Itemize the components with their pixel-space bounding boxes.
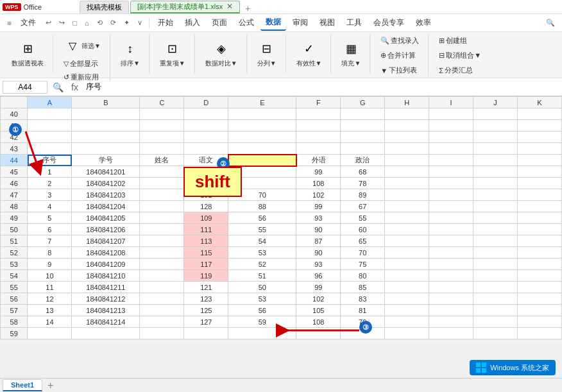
cell-r45-c2[interactable] — [140, 166, 184, 178]
cell-r45-c9[interactable] — [473, 166, 518, 178]
tab-add-button[interactable]: + — [241, 3, 254, 13]
cell-r41-c10[interactable] — [518, 120, 562, 132]
sort-button[interactable]: ↕ 排序▼ — [117, 38, 144, 70]
menu-page[interactable]: 页面 — [207, 15, 232, 30]
cell-r47-c2[interactable] — [140, 189, 184, 201]
find-input-button[interactable]: 🔍 查找录入 — [377, 35, 423, 47]
col-header-d[interactable]: D — [184, 97, 228, 108]
cell-r49-c3[interactable]: 109 — [184, 212, 228, 224]
cell-r50-c2[interactable] — [140, 224, 184, 235]
cell-r51-c8[interactable] — [429, 235, 473, 247]
cell-r43-c6[interactable] — [341, 143, 385, 155]
cell-r42-c1[interactable] — [72, 132, 140, 143]
cell-r52-c9[interactable] — [473, 247, 518, 259]
cell-r56-c8[interactable] — [429, 293, 473, 305]
dropdown-icon[interactable]: ∨ — [134, 17, 146, 29]
cell-r54-c5[interactable]: 96 — [296, 270, 341, 282]
cell-r51-c6[interactable]: 65 — [341, 235, 385, 247]
cell-r48-c0[interactable]: 4 — [28, 201, 72, 212]
cell-r55-c7[interactable] — [385, 282, 429, 293]
cell-r52-c7[interactable] — [385, 247, 429, 259]
menu-view[interactable]: 视图 — [314, 15, 340, 30]
menu-start[interactable]: 开始 — [153, 15, 178, 30]
menu-formula[interactable]: 公式 — [234, 15, 259, 30]
hamburger-icon[interactable]: ≡ — [4, 17, 14, 29]
cell-r53-c0[interactable]: 9 — [28, 259, 72, 270]
cell-r56-c7[interactable] — [385, 293, 429, 305]
row-header-40[interactable]: 40 — [1, 108, 28, 120]
cell-r45-c3[interactable]: 102 — [184, 166, 228, 178]
cell-r56-c4[interactable]: 53 — [228, 293, 296, 305]
cell-r47-c0[interactable]: 3 — [28, 189, 72, 201]
compare-button[interactable]: ◈ 数据对比▼ — [201, 38, 241, 70]
cell-r41-c2[interactable] — [140, 120, 184, 132]
cell-r49-c4[interactable]: 56 — [228, 212, 296, 224]
cell-r56-c6[interactable]: 83 — [341, 293, 385, 305]
cell-r48-c9[interactable] — [473, 201, 518, 212]
cell-r50-c3[interactable]: 111 — [184, 224, 228, 235]
cell-r44-c3[interactable]: 语文 — [184, 155, 228, 166]
tab-close-icon[interactable]: ✕ — [226, 2, 233, 11]
cell-r55-c3[interactable]: 121 — [184, 282, 228, 293]
cell-r43-c3[interactable] — [184, 143, 228, 155]
cell-r56-c5[interactable]: 102 — [296, 293, 341, 305]
cell-r58-c3[interactable]: 127 — [184, 316, 228, 328]
cell-r44-c7[interactable] — [385, 155, 429, 166]
cell-r48-c4[interactable]: 88 — [228, 201, 296, 212]
cell-r40-c2[interactable] — [140, 108, 184, 120]
cell-r56-c10[interactable] — [518, 293, 562, 305]
cell-r41-c8[interactable] — [429, 120, 473, 132]
cell-r40-c5[interactable] — [296, 108, 341, 120]
cell-r47-c3[interactable]: 101 — [184, 189, 228, 201]
cell-r43-c10[interactable] — [518, 143, 562, 155]
cell-r43-c0[interactable] — [28, 143, 72, 155]
undo2-icon[interactable]: ⟲ — [94, 17, 106, 29]
cell-r57-c6[interactable]: 81 — [341, 305, 385, 316]
cell-r43-c4[interactable] — [228, 143, 296, 155]
cell-r46-c7[interactable] — [385, 178, 429, 189]
row-header-44[interactable]: 44 — [1, 155, 28, 166]
cell-r40-c7[interactable] — [385, 108, 429, 120]
cell-r49-c7[interactable] — [385, 212, 429, 224]
col-header-g[interactable]: G — [341, 97, 385, 108]
cell-r59-c3[interactable] — [184, 328, 228, 339]
cell-r45-c4[interactable] — [228, 166, 296, 178]
cell-r53-c3[interactable]: 117 — [184, 259, 228, 270]
cell-r52-c1[interactable]: 1840841208 — [72, 247, 140, 259]
redo-icon[interactable]: ↪ — [56, 17, 68, 29]
cell-r54-c0[interactable]: 10 — [28, 270, 72, 282]
cell-r48-c10[interactable] — [518, 201, 562, 212]
cell-r42-c7[interactable] — [385, 132, 429, 143]
cell-r58-c4[interactable]: 59 — [228, 316, 296, 328]
cell-r43-c7[interactable] — [385, 143, 429, 155]
cell-r42-c2[interactable] — [140, 132, 184, 143]
cell-r46-c9[interactable] — [473, 178, 518, 189]
cell-r54-c8[interactable] — [429, 270, 473, 282]
cell-r52-c5[interactable]: 90 — [296, 247, 341, 259]
show-all-button[interactable]: ▽ 全部显示 — [60, 58, 105, 70]
cell-r48-c2[interactable] — [140, 201, 184, 212]
cell-r56-c9[interactable] — [473, 293, 518, 305]
col-header-i[interactable]: I — [429, 97, 473, 108]
cell-r48-c1[interactable]: 1840841204 — [72, 201, 140, 212]
cell-r40-c1[interactable] — [72, 108, 140, 120]
cell-r53-c5[interactable]: 93 — [296, 259, 341, 270]
cell-r49-c2[interactable] — [140, 212, 184, 224]
cell-r44-c9[interactable] — [473, 155, 518, 166]
cell-r49-c6[interactable]: 55 — [341, 212, 385, 224]
row-header-49[interactable]: 49 — [1, 212, 28, 224]
duplicate-button[interactable]: ⊡ 重复项▼ — [156, 38, 189, 70]
cell-r49-c5[interactable]: 93 — [296, 212, 341, 224]
search-icon[interactable]: 🔍 — [543, 17, 558, 29]
cell-r55-c0[interactable]: 11 — [28, 282, 72, 293]
cell-r57-c0[interactable]: 13 — [28, 305, 72, 316]
row-header-45[interactable]: 45 — [1, 166, 28, 178]
menu-insert[interactable]: 插入 — [180, 15, 205, 30]
cell-r53-c6[interactable]: 75 — [341, 259, 385, 270]
cell-r40-c10[interactable] — [518, 108, 562, 120]
fill-button[interactable]: ▦ 填充▼ — [337, 38, 364, 70]
subtotal-button[interactable]: Σ 分类汇总 — [435, 64, 485, 76]
cell-r57-c1[interactable]: 1840841213 — [72, 305, 140, 316]
cell-r44-c8[interactable] — [429, 155, 473, 166]
cell-r42-c0[interactable] — [28, 132, 72, 143]
